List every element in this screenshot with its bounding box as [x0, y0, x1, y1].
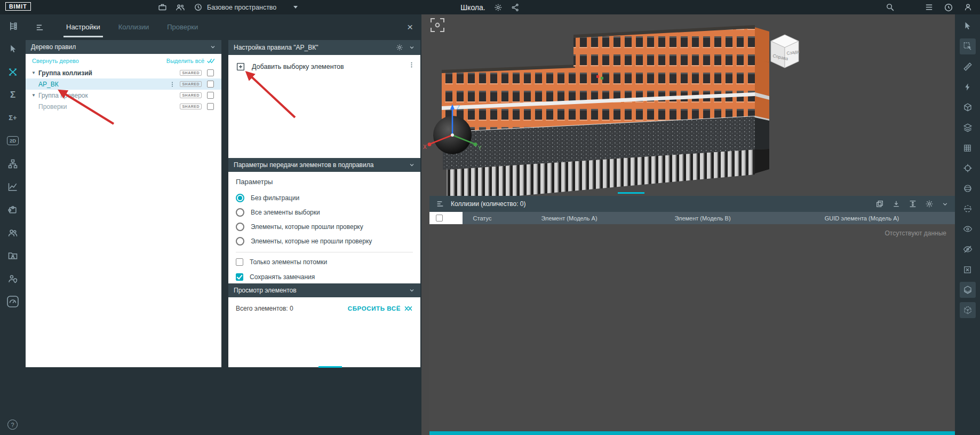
tab-checks[interactable]: Проверки — [158, 14, 207, 40]
list-icon[interactable] — [925, 3, 934, 12]
column-element-a[interactable]: Элемент (Модель A) — [502, 215, 636, 222]
checkbox-icon[interactable] — [236, 273, 243, 281]
share-icon[interactable] — [511, 3, 520, 12]
team-icon[interactable] — [176, 3, 185, 12]
kebab-menu-icon[interactable] — [169, 81, 176, 88]
sum-add-tool[interactable]: Σ+ — [0, 106, 26, 129]
workspace-selector[interactable]: Базовое пространство — [207, 0, 298, 14]
target-tool[interactable] — [955, 158, 980, 178]
eye-off-tool[interactable] — [955, 239, 980, 259]
sum-tool[interactable]: Σ — [0, 83, 26, 106]
caret-down-icon[interactable]: ▼ — [30, 70, 37, 75]
collisions-drag-handle[interactable] — [618, 192, 644, 194]
distribute-icon[interactable] — [909, 200, 917, 208]
panel-menu-icon[interactable] — [35, 23, 44, 32]
sphere-tool[interactable] — [955, 178, 980, 199]
briefcase-icon[interactable] — [158, 3, 167, 12]
tab-collisions[interactable]: Коллизии — [109, 14, 158, 40]
layers-tool[interactable] — [955, 117, 980, 138]
panel-scroll-indicator[interactable] — [318, 366, 342, 368]
settings-gear-icon[interactable] — [925, 200, 934, 208]
kebab-menu-icon[interactable] — [408, 61, 415, 68]
select-all-link[interactable]: Выделить всё — [166, 58, 215, 64]
account-history-icon[interactable] — [944, 3, 953, 12]
checkbox-descendants-only[interactable]: Только элементы потомки — [236, 255, 413, 270]
tree-node-collision-group[interactable]: ▼ Группа коллизий SHARED — [26, 67, 221, 78]
checkbox-icon[interactable] — [236, 258, 243, 266]
radio-no-filter[interactable]: Без фильтрации — [236, 191, 413, 205]
select-all-cell[interactable] — [429, 212, 463, 224]
eye-tool[interactable] — [955, 219, 980, 239]
grid-tool[interactable] — [955, 138, 980, 158]
radio-passed-elements[interactable]: Элементы, которые прошли проверку — [236, 219, 413, 234]
tree-node-checkbox[interactable] — [207, 69, 214, 76]
preview-elements-header[interactable]: Просмотр элементов — [228, 283, 420, 297]
lightning-tool[interactable] — [955, 77, 980, 97]
search-icon[interactable] — [886, 3, 895, 12]
2d-view-tool[interactable]: 2D — [0, 129, 26, 152]
dashboard-tool[interactable] — [0, 290, 26, 313]
project-settings-gear-icon[interactable] — [494, 3, 503, 12]
rule-settings-header[interactable]: Настройка правила "АР_ВК" — [228, 40, 420, 55]
tree-node-check-group[interactable]: ▼ Группа проверок SHARED — [26, 90, 221, 101]
checkbox-keep-remarks[interactable]: Сохранять замечания — [236, 270, 413, 284]
tree-node-checks[interactable]: Проверки SHARED — [26, 101, 221, 112]
export-icon[interactable] — [892, 200, 901, 208]
history-icon[interactable] — [194, 3, 203, 12]
graph-tool[interactable] — [0, 175, 26, 198]
radio-all-elements[interactable]: Все элементы выборки — [236, 205, 413, 219]
tree-node-ar-vk[interactable]: АР_ВК SHARED — [26, 78, 221, 90]
select-all-checkbox[interactable] — [436, 215, 443, 222]
reset-all-button[interactable]: СБРОСИТЬ ВСЁ — [348, 305, 413, 312]
delete-elements-tool[interactable] — [955, 259, 980, 280]
radio-icon[interactable] — [236, 208, 244, 217]
column-status[interactable]: Статус — [463, 215, 502, 222]
radio-icon[interactable] — [236, 194, 244, 202]
user-location-tool[interactable] — [0, 267, 26, 290]
chevron-down-icon[interactable] — [409, 162, 415, 168]
shared-badge: SHARED — [180, 104, 202, 109]
chevron-down-icon[interactable] — [409, 287, 415, 294]
add-selection-button[interactable]: Добавить выборку элементов — [228, 55, 420, 78]
column-guid-a[interactable]: GUID элемента (Модель A) — [769, 215, 955, 222]
tree-node-label: Группа проверок — [38, 92, 88, 99]
tree-node-checkbox[interactable] — [207, 92, 214, 99]
tree-node-checkbox[interactable] — [207, 103, 214, 110]
nav-cube[interactable]: Справа Сзади — [771, 35, 800, 68]
chevron-down-icon[interactable] — [210, 44, 216, 50]
cursor-tool[interactable] — [0, 37, 26, 60]
tab-settings[interactable]: Настройки — [57, 14, 109, 40]
section-tool[interactable] — [955, 199, 980, 219]
collapse-tree-link[interactable]: Свернуть дерево — [32, 58, 79, 64]
viewport-focus-icon[interactable] — [431, 19, 444, 31]
radio-icon[interactable] — [236, 223, 244, 231]
clip-box-tool[interactable] — [955, 280, 980, 300]
hierarchy-tool[interactable] — [0, 14, 26, 37]
radio-icon[interactable] — [236, 237, 244, 246]
transfer-params-header[interactable]: Параметры передачи элементов в подправил… — [228, 158, 420, 172]
users-tool[interactable] — [0, 221, 26, 244]
close-panel-icon[interactable]: × — [407, 14, 413, 40]
collisions-menu-icon[interactable] — [436, 200, 444, 208]
column-element-b[interactable]: Элемент (Модель B) — [636, 215, 769, 222]
rule-gear-icon[interactable] — [396, 44, 403, 51]
duplicate-icon[interactable] — [875, 200, 884, 208]
rule-tree-header[interactable]: Дерево правил — [26, 40, 221, 54]
measure-tool[interactable] — [955, 57, 980, 77]
plugins-tool[interactable] — [0, 198, 26, 221]
cube-tool[interactable] — [955, 97, 980, 117]
radio-failed-elements[interactable]: Элементы, которые не прошли проверку — [236, 234, 413, 248]
chevron-down-icon[interactable] — [409, 44, 415, 51]
caret-down-icon[interactable]: ▼ — [30, 93, 37, 98]
select-box-tool[interactable] — [955, 36, 980, 57]
building-model[interactable] — [442, 25, 769, 202]
tree-node-checkbox[interactable] — [207, 81, 214, 88]
shared-folder-tool[interactable] — [0, 244, 26, 267]
ghost-mode-tool[interactable] — [955, 300, 980, 320]
chevron-down-icon[interactable] — [942, 201, 949, 208]
select-arrow-tool[interactable] — [955, 16, 980, 36]
structure-tool[interactable] — [0, 152, 26, 175]
profile-icon[interactable] — [963, 3, 973, 12]
help-button[interactable]: ? — [7, 420, 18, 430]
collisions-tool[interactable] — [0, 60, 26, 83]
